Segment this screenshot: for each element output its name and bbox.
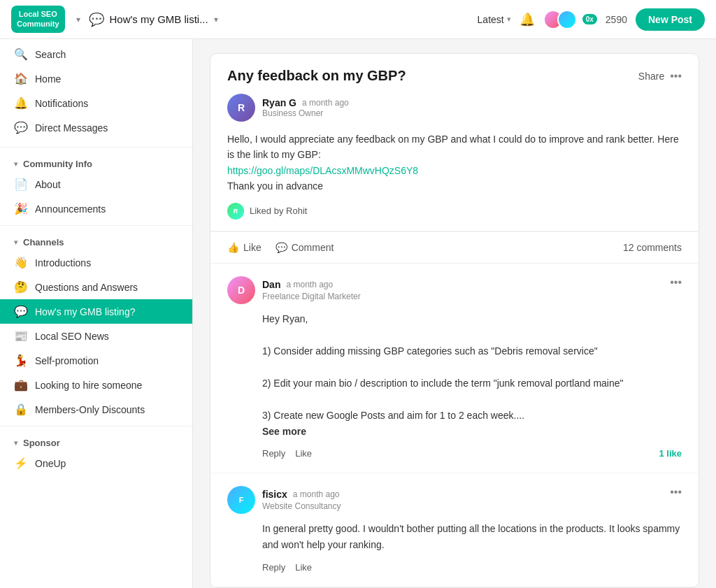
new-post-button[interactable]: New Post xyxy=(636,8,705,31)
comment-dan-info: Dan a month ago Freelance Digital Market… xyxy=(262,279,361,301)
channels-chevron-icon: ▾ xyxy=(14,238,17,246)
comment-fisicx-author-row: F fisicx a month ago Website Consultancy xyxy=(227,486,341,514)
post-likes-row: R Liked by Rohit xyxy=(227,203,682,220)
sidebar-item-introductions[interactable]: 👋 Introductions xyxy=(0,250,192,275)
post-more-button[interactable]: ••• xyxy=(670,70,682,83)
post-share-row: Share ••• xyxy=(638,70,682,83)
sidebar: 🔍 Search 🏠 Home 🔔 Notifications 💬 Direct… xyxy=(0,39,193,588)
sidebar-item-oneup[interactable]: ⚡ OneUp xyxy=(0,451,192,475)
comment-dan-more-button[interactable]: ••• xyxy=(670,276,682,289)
post-actions: 👍 Like 💬 Comment 12 comments xyxy=(210,231,699,264)
member-count: 2590 xyxy=(606,14,627,25)
sponsor-header[interactable]: ▾ Sponsor xyxy=(0,431,192,451)
logo-line1: Local SEO xyxy=(19,10,57,18)
comment-dan-time: a month ago xyxy=(286,280,333,289)
sidebar-discounts-label: Members-Only Discounts xyxy=(35,404,145,415)
post-author-role: Business Owner xyxy=(262,108,349,118)
post-author-row: R Ryan G a month ago Business Owner xyxy=(227,94,682,122)
post-title-row: Any feedback on my GBP? Share ••• xyxy=(227,68,682,84)
post-link[interactable]: https://goo.gl/maps/DLAcsxMMwvHQzS6Y8 xyxy=(227,165,418,176)
comment-icon: 💬 xyxy=(275,242,287,253)
sidebar-item-home[interactable]: 🏠 Home xyxy=(0,66,192,91)
sidebar-item-self-promotion[interactable]: 💃 Self-promotion xyxy=(0,348,192,373)
comment-dan-actions: Reply Like xyxy=(262,447,312,460)
notifications-icon: 🔔 xyxy=(14,96,28,110)
sidebar-search-label: Search xyxy=(35,49,66,60)
post-title: Any feedback on my GBP? xyxy=(227,68,406,84)
sort-selector[interactable]: Latest ▾ xyxy=(478,14,511,25)
body: 🔍 Search 🏠 Home 🔔 Notifications 💬 Direct… xyxy=(0,39,716,588)
announcements-icon: 🎉 xyxy=(14,202,28,215)
comment-fisicx-info: fisicx a month ago Website Consultancy xyxy=(262,489,341,511)
sidebar-item-questions[interactable]: 🤔 Questions and Answers xyxy=(0,275,192,299)
post-like-label: Like xyxy=(243,242,262,253)
comment-fisicx-reply-button[interactable]: Reply xyxy=(262,561,285,574)
comment-fisicx-footer: Reply Like xyxy=(227,561,682,574)
post-action-btns: 👍 Like 💬 Comment xyxy=(227,239,334,256)
sidebar-item-notifications[interactable]: 🔔 Notifications xyxy=(0,91,192,115)
comment-dan-see-more[interactable]: See more xyxy=(262,426,306,437)
comment-dan-name: Dan xyxy=(262,279,280,290)
main-content: Any feedback on my GBP? Share ••• R Ryan… xyxy=(193,39,716,588)
comment-fisicx-role: Website Consultancy xyxy=(262,501,341,511)
sidebar-notifications-label: Notifications xyxy=(35,98,88,109)
sidebar-introductions-label: Introductions xyxy=(35,257,91,268)
member-avatars xyxy=(543,10,577,29)
comment-dan-reply-button[interactable]: Reply xyxy=(262,447,285,460)
community-info-label: Community Info xyxy=(23,159,92,169)
post-body-text2: Thank you in advance xyxy=(227,180,323,192)
logo[interactable]: Local SEO Community xyxy=(11,6,65,32)
sidebar-item-gmb[interactable]: 💬 How's my GMB listing? xyxy=(0,299,192,324)
comment-dan-avatar: D xyxy=(227,276,255,304)
post-author-time: a month ago xyxy=(302,98,349,108)
comment-dan-like-button[interactable]: Like xyxy=(295,447,312,460)
comment-fisicx-actions: Reply Like xyxy=(262,561,312,574)
sidebar-item-local-seo-news[interactable]: 📰 Local SEO News xyxy=(0,324,192,348)
introductions-icon: 👋 xyxy=(14,256,28,269)
gmb-icon: 💬 xyxy=(14,305,28,318)
comment-fisicx-like-button[interactable]: Like xyxy=(295,561,312,574)
sidebar-item-announcements[interactable]: 🎉 Announcements xyxy=(0,196,192,221)
sidebar-gmb-label: How's my GMB listing? xyxy=(35,306,135,317)
sidebar-local-seo-label: Local SEO News xyxy=(35,331,109,342)
post-author-name: Ryan G xyxy=(262,97,296,108)
comment-dan-header: D Dan a month ago Freelance Digital Mark… xyxy=(227,276,682,304)
channel-selector[interactable]: 💬 How's my GMB listi... ▾ xyxy=(89,12,469,27)
community-info-header[interactable]: ▾ Community Info xyxy=(0,152,192,172)
sidebar-questions-label: Questions and Answers xyxy=(35,282,138,293)
sponsor-chevron-icon: ▾ xyxy=(14,439,17,447)
comments-section: D Dan a month ago Freelance Digital Mark… xyxy=(210,264,699,587)
sidebar-item-looking-to-hire[interactable]: 💼 Looking to hire someone xyxy=(0,373,192,397)
topbar: Local SEO Community ▾ 💬 How's my GMB lis… xyxy=(0,0,716,39)
channel-chevron-icon: ▾ xyxy=(214,15,218,24)
questions-icon: 🤔 xyxy=(14,280,28,294)
topbar-right: Latest ▾ 🔔 0x 2590 New Post xyxy=(478,8,705,31)
post-share-button[interactable]: Share xyxy=(638,71,664,82)
post-comment-label: Comment xyxy=(292,242,334,253)
sidebar-item-search[interactable]: 🔍 Search xyxy=(0,42,192,66)
post-comments-count: 12 comments xyxy=(623,242,682,253)
post-card: Any feedback on my GBP? Share ••• R Ryan… xyxy=(210,53,699,588)
home-icon: 🏠 xyxy=(14,72,28,85)
looking-to-hire-icon: 💼 xyxy=(14,378,28,392)
post-liker-avatar: R xyxy=(227,203,244,220)
post-author-avatar: R xyxy=(227,94,255,122)
comment-dan: D Dan a month ago Freelance Digital Mark… xyxy=(210,264,699,474)
post-like-button[interactable]: 👍 Like xyxy=(227,239,262,256)
sidebar-about-label: About xyxy=(35,179,61,190)
comment-fisicx-more-button[interactable]: ••• xyxy=(670,486,682,499)
sidebar-item-about[interactable]: 📄 About xyxy=(0,172,192,196)
post-header: Any feedback on my GBP? Share ••• R Ryan… xyxy=(210,54,699,231)
sidebar-item-members-discounts[interactable]: 🔒 Members-Only Discounts xyxy=(0,397,192,422)
comment-fisicx-name: fisicx xyxy=(262,489,287,500)
sidebar-item-direct-messages[interactable]: 💬 Direct Messages xyxy=(0,115,192,140)
post-body: Hello, I would appreciate any feedback o… xyxy=(227,131,682,194)
notification-bell-icon[interactable]: 🔔 xyxy=(520,12,535,27)
post-comment-button[interactable]: 💬 Comment xyxy=(275,239,334,256)
direct-messages-icon: 💬 xyxy=(14,121,28,134)
sidebar-main-nav: 🔍 Search 🏠 Home 🔔 Notifications 💬 Direct… xyxy=(0,39,192,143)
channels-header[interactable]: ▾ Channels xyxy=(0,230,192,250)
about-icon: 📄 xyxy=(14,178,28,191)
comment-dan-author-row: D Dan a month ago Freelance Digital Mark… xyxy=(227,276,361,304)
logo-chevron-icon[interactable]: ▾ xyxy=(76,15,80,24)
